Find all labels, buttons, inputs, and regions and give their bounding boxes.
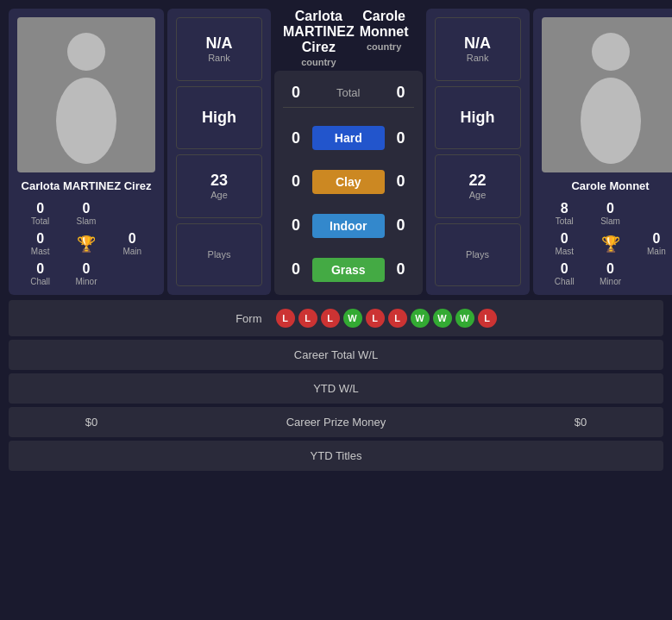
form-label: Form [176,312,262,325]
clay-button: Clay [312,170,385,194]
left-total-cell: 0 Total [17,201,63,226]
ytd-titles-label: YTD Titles [160,449,512,462]
left-chall-cell: 0 Chall [17,261,63,286]
indoor-row: 0 Indoor 0 [283,209,414,243]
right-rank-value: N/A [443,34,513,53]
badge-3: L [321,309,340,328]
right-hard-score: 0 [388,129,414,147]
trophy-icon: 🏆 [77,235,96,254]
left-plays-block: Plays [176,223,262,287]
right-total-score: 0 [388,84,414,102]
badge-2: L [298,309,317,328]
left-chall-label: Chall [17,277,63,286]
left-player-stats: 0 Total 0 Slam [17,201,155,226]
right-clay-score: 0 [388,172,414,191]
left-indoor-score: 0 [283,216,309,235]
indoor-button: Indoor [312,214,385,238]
right-chall-value: 0 [542,261,587,277]
total-row-label: Total [309,86,388,99]
svg-point-1 [56,78,116,164]
left-player-stats2: 0 Mast 🏆 0 Main [17,231,155,256]
left-country: country [283,57,355,67]
right-age-value: 22 [443,172,513,190]
total-row: 0 Total 0 [283,78,414,108]
left-hard-score: 0 [283,129,309,147]
right-total-cell: 8 Total [542,201,587,226]
left-prize: $0 [22,416,160,429]
left-chall-value: 0 [17,261,63,277]
center-right-name: Carole Monnet country [355,9,414,67]
right-main-label: Main [633,247,672,256]
left-middle-panel: N/A Rank High 23 Age Plays [167,9,271,295]
left-slam-value: 0 [63,201,109,216]
trophy-center: 🏆 [63,235,109,254]
right-minor-label: Minor [587,277,633,286]
right-mast-cell: 0 Mast [542,231,587,256]
left-total-label: Total [17,216,63,226]
right-trophy-center: 🏆 [587,235,633,254]
player-names-row: Carlota MARTINEZ Cirez country Carole Mo… [274,9,423,67]
left-mast-label: Mast [17,247,63,256]
form-row: Form L L L W L L W W W L [9,300,663,336]
left-plays-value: Plays [184,249,254,260]
right-player-stats2: 0 Mast 🏆 0 Main [542,231,672,256]
left-minor-cell: 0 Minor [63,261,109,286]
right-plays-block: Plays [435,223,521,287]
left-player-stats3: 0 Chall 0 Minor [17,261,155,286]
right-rank-label: Rank [443,53,513,63]
right-trophy-icon: 🏆 [601,235,620,254]
prize-row: $0 Career Prize Money $0 [9,407,663,437]
right-age-block: 22 Age [435,154,521,218]
center-left-name-l2: MARTINEZ Cirez [283,24,355,55]
right-minor-value: 0 [587,261,633,277]
right-minor-cell: 0 Minor [587,261,633,286]
score-section: 0 Total 0 0 Hard 0 0 Clay 0 [274,71,423,295]
left-mast-cell: 0 Mast [17,231,63,256]
left-slam-label: Slam [63,216,109,226]
center-right-name-l1: Carole [355,9,414,24]
ytd-titles-row: YTD Titles [9,441,663,471]
right-mast-label: Mast [542,247,587,256]
right-mast-value: 0 [542,231,587,247]
grass-row: 0 Grass 0 [283,253,414,287]
right-slam-cell: 0 Slam [587,201,633,226]
hard-row: 0 Hard 0 [283,121,414,155]
right-indoor-score: 0 [388,216,414,235]
main-container: Carlota MARTINEZ Cirez 0 Total 0 Slam 0 … [0,0,672,483]
right-main-value: 0 [633,231,672,247]
svg-point-3 [581,78,641,164]
right-middle-panel: N/A Rank High 22 Age Plays [426,9,530,295]
left-main-value: 0 [110,231,155,247]
left-main-cell: 0 Main [110,231,155,256]
right-prize: $0 [512,416,650,429]
right-rank-block: N/A Rank [435,17,521,81]
right-player-photo [542,17,672,172]
left-high-value: High [184,109,254,127]
career-label: Career Total W/L [160,348,512,361]
badge-1: L [276,309,295,328]
right-grass-score: 0 [388,260,414,279]
center-left-name-l1: Carlota [283,9,355,24]
right-high-block: High [435,86,521,150]
ytd-wl-label: YTD W/L [160,382,512,395]
left-age-value: 23 [184,172,254,190]
right-chall-label: Chall [542,277,587,286]
right-total-label: Total [542,216,587,226]
left-slam-cell: 0 Slam [63,201,109,226]
right-player-stats: 8 Total 0 Slam [542,201,672,226]
clay-row: 0 Clay 0 [283,165,414,199]
svg-point-2 [592,33,630,71]
left-total-value: 0 [17,201,63,216]
badge-8: W [433,309,452,328]
form-badges: L L L W L L W W W L [276,309,497,328]
badge-6: L [388,309,407,328]
center-right-name-l2: Monnet [355,24,414,40]
right-chall-cell: 0 Chall [542,261,587,286]
badge-5: L [366,309,385,328]
left-player-card: Carlota MARTINEZ Cirez 0 Total 0 Slam 0 … [9,9,164,295]
left-total-score: 0 [283,84,309,102]
right-high-value: High [443,109,513,127]
right-slam-label: Slam [587,216,633,226]
svg-point-0 [67,33,105,71]
right-total-value: 8 [542,201,587,216]
